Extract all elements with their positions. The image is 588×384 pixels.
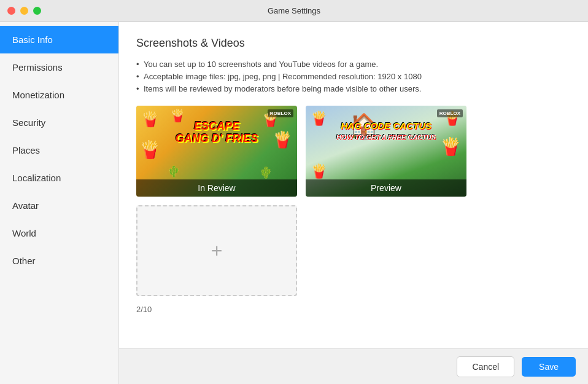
sidebar-item-monetization[interactable]: Monetization bbox=[0, 81, 118, 109]
thumbnail-2-status: Preview bbox=[306, 179, 466, 197]
thumbnail-1-status: In Review bbox=[136, 179, 297, 197]
maximize-button[interactable] bbox=[33, 7, 41, 15]
window-title: Game Settings bbox=[268, 6, 320, 15]
sidebar-item-other[interactable]: Other bbox=[0, 247, 118, 275]
thumbnails-row: 🍟 🍟 🍟 🍟 🍟 🌵 🌵 EscapeGang D' Fries ROBLOX… bbox=[136, 106, 571, 197]
section-title: Screenshots & Videos bbox=[136, 37, 571, 50]
sidebar-item-localization[interactable]: Localization bbox=[0, 164, 118, 192]
sidebar-item-world[interactable]: World bbox=[0, 219, 118, 247]
info-item-1: You can set up to 10 screenshots and You… bbox=[136, 60, 571, 69]
thumbnails-second-row: + bbox=[136, 205, 571, 296]
info-item-3: Items will be reviewed by moderators bef… bbox=[136, 84, 571, 93]
add-icon: + bbox=[211, 240, 223, 262]
info-item-2: Acceptable image files: jpg, jpeg, png |… bbox=[136, 72, 571, 81]
info-list: You can set up to 10 screenshots and You… bbox=[136, 60, 571, 93]
minimize-button[interactable] bbox=[20, 7, 28, 15]
app-body: Basic Info Permissions Monetization Secu… bbox=[0, 22, 588, 384]
sidebar-item-permissions[interactable]: Permissions bbox=[0, 53, 118, 81]
roblox-badge-1: ROBLOX bbox=[268, 109, 293, 117]
thumbnail-2[interactable]: 🍟 🏠 🍟 🍟 🍟 Hag Code CACTUSHow to get a Fr… bbox=[306, 106, 466, 197]
add-thumbnail-button[interactable]: + bbox=[136, 205, 297, 296]
bottom-bar: Cancel Save bbox=[119, 348, 588, 384]
sidebar-item-avatar[interactable]: Avatar bbox=[0, 192, 118, 219]
sidebar: Basic Info Permissions Monetization Secu… bbox=[0, 22, 119, 384]
cancel-button[interactable]: Cancel bbox=[457, 356, 514, 377]
main-content: Screenshots & Videos You can set up to 1… bbox=[119, 22, 588, 384]
save-button[interactable]: Save bbox=[522, 357, 576, 377]
content-scroll: Screenshots & Videos You can set up to 1… bbox=[119, 22, 588, 348]
sidebar-item-security[interactable]: Security bbox=[0, 109, 118, 136]
close-button[interactable] bbox=[7, 7, 15, 15]
window-controls[interactable] bbox=[7, 7, 41, 15]
media-count: 2/10 bbox=[136, 305, 571, 314]
sidebar-item-basic-info[interactable]: Basic Info bbox=[0, 26, 118, 53]
sidebar-item-places[interactable]: Places bbox=[0, 136, 118, 164]
title-bar: Game Settings bbox=[0, 0, 588, 22]
roblox-badge-2: ROBLOX bbox=[437, 109, 463, 117]
thumbnail-1[interactable]: 🍟 🍟 🍟 🍟 🍟 🌵 🌵 EscapeGang D' Fries ROBLOX… bbox=[136, 106, 297, 197]
